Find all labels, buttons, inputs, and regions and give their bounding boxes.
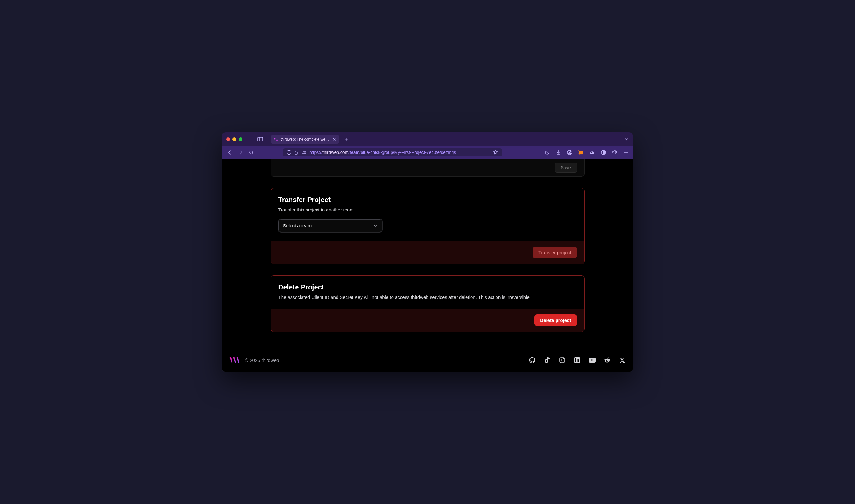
svg-rect-2 bbox=[295, 152, 297, 154]
instagram-icon[interactable] bbox=[559, 357, 565, 363]
x-twitter-icon[interactable] bbox=[619, 357, 626, 363]
svg-marker-7 bbox=[493, 150, 498, 154]
team-select-placeholder: Select a team bbox=[283, 223, 312, 228]
url-box[interactable]: https://thirdweb.com/team/blue-chick-gro… bbox=[283, 148, 502, 157]
maximize-window-button[interactable] bbox=[239, 138, 243, 141]
traffic-lights bbox=[226, 138, 243, 141]
svg-point-33 bbox=[608, 357, 609, 358]
minimize-window-button[interactable] bbox=[232, 138, 236, 141]
svg-point-13 bbox=[591, 152, 592, 153]
svg-point-20 bbox=[561, 359, 563, 361]
account-icon[interactable] bbox=[567, 149, 573, 155]
transfer-title: Transfer Project bbox=[278, 196, 577, 204]
lock-icon[interactable] bbox=[294, 150, 298, 155]
permissions-icon[interactable] bbox=[301, 150, 306, 154]
tab-overflow-icon[interactable] bbox=[624, 137, 629, 142]
svg-point-24 bbox=[575, 358, 576, 359]
delete-card-footer: Delete project bbox=[271, 308, 584, 331]
tiktok-icon[interactable] bbox=[544, 357, 551, 363]
delete-title: Delete Project bbox=[278, 283, 577, 291]
wallet-extension-icon[interactable] bbox=[589, 149, 595, 155]
transfer-description: Transfer this project to another team bbox=[278, 207, 577, 212]
urlbar: https://thirdweb.com/team/blue-chick-gro… bbox=[222, 146, 633, 159]
svg-rect-0 bbox=[258, 138, 263, 141]
save-button[interactable]: Save bbox=[555, 163, 577, 173]
svg-point-31 bbox=[604, 359, 605, 360]
extensions-icon[interactable] bbox=[612, 149, 617, 155]
browser-window: thirdweb: The complete web3 d ✕ + https:… bbox=[222, 132, 633, 372]
svg-point-30 bbox=[609, 359, 610, 360]
download-icon[interactable] bbox=[556, 149, 561, 155]
reader-icon[interactable] bbox=[600, 149, 606, 155]
footer-socials bbox=[529, 357, 626, 363]
copyright-text: © 2025 thirdweb bbox=[245, 358, 279, 363]
bookmark-star-icon[interactable] bbox=[493, 150, 498, 155]
metamask-icon[interactable] bbox=[578, 149, 584, 155]
svg-point-3 bbox=[302, 151, 303, 152]
linkedin-icon[interactable] bbox=[574, 357, 581, 363]
team-select[interactable]: Select a team bbox=[278, 219, 382, 232]
thirdweb-favicon-icon bbox=[274, 137, 278, 142]
sidebar-toggle-icon[interactable] bbox=[258, 137, 263, 142]
svg-point-11 bbox=[569, 151, 571, 153]
svg-point-14 bbox=[593, 152, 593, 153]
back-button[interactable] bbox=[226, 149, 234, 156]
hamburger-menu-icon[interactable] bbox=[623, 149, 629, 155]
svg-point-29 bbox=[608, 360, 608, 361]
svg-marker-12 bbox=[578, 150, 583, 155]
youtube-icon[interactable] bbox=[589, 357, 596, 363]
reddit-icon[interactable] bbox=[604, 357, 611, 363]
delete-description: The associated Client ID and Secret Key … bbox=[278, 294, 577, 300]
new-tab-button[interactable]: + bbox=[345, 136, 348, 143]
browser-tab[interactable]: thirdweb: The complete web3 d ✕ bbox=[271, 135, 339, 144]
delete-project-card: Delete Project The associated Client ID … bbox=[271, 275, 585, 332]
close-window-button[interactable] bbox=[226, 138, 230, 141]
svg-point-28 bbox=[606, 360, 607, 361]
svg-point-21 bbox=[563, 358, 564, 359]
url-text: https://thirdweb.com/team/blue-chick-gro… bbox=[309, 150, 490, 155]
transfer-project-card: Transfer Project Transfer this project t… bbox=[271, 188, 585, 264]
previous-card-footer: Save bbox=[271, 159, 585, 177]
transfer-project-button[interactable]: Transfer project bbox=[533, 247, 577, 258]
pocket-icon[interactable] bbox=[544, 149, 550, 155]
page-footer: © 2025 thirdweb bbox=[222, 348, 633, 372]
forward-button[interactable] bbox=[237, 149, 244, 156]
chevron-down-icon bbox=[373, 223, 378, 228]
reload-button[interactable] bbox=[247, 149, 255, 156]
thirdweb-logo-icon bbox=[229, 355, 241, 365]
svg-rect-23 bbox=[575, 359, 576, 362]
tab-title: thirdweb: The complete web3 d bbox=[281, 137, 330, 142]
transfer-card-footer: Transfer project bbox=[271, 241, 584, 264]
shield-icon[interactable] bbox=[287, 150, 291, 155]
close-tab-icon[interactable]: ✕ bbox=[332, 137, 336, 142]
github-icon[interactable] bbox=[529, 357, 536, 363]
delete-project-button[interactable]: Delete project bbox=[534, 314, 577, 326]
page-content: Save Transfer Project Transfer this proj… bbox=[222, 159, 633, 372]
urlbar-right bbox=[544, 149, 629, 155]
svg-point-5 bbox=[304, 153, 306, 154]
titlebar: thirdweb: The complete web3 d ✕ + bbox=[222, 132, 633, 146]
